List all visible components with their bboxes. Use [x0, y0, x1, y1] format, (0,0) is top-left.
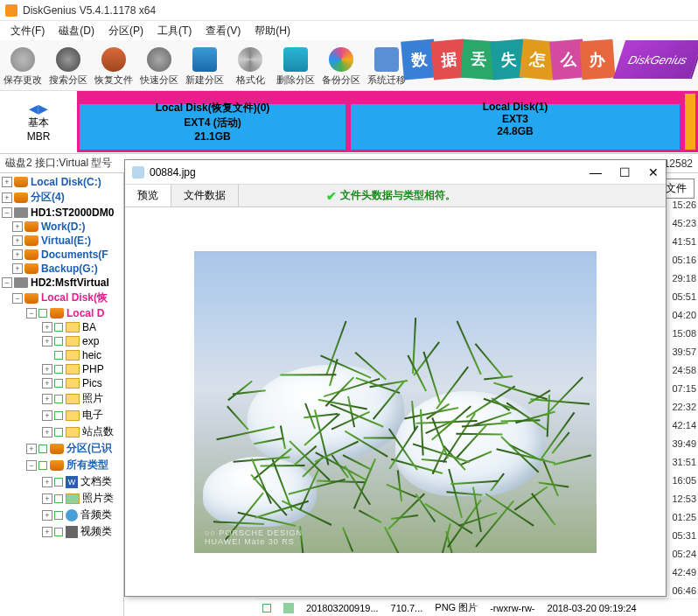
tb-search[interactable]: 搜索分区 [45, 44, 91, 87]
tb-new[interactable]: 新建分区 [182, 44, 227, 87]
disk-map: ◀▶ 基本 MBR Local Disk(恢复文件)(0)EXT4 (活动)21… [0, 91, 698, 154]
toolbar: 保存更改 搜索分区 恢复文件 快速分区 新建分区 格式化 删除分区 备份分区 系… [0, 40, 698, 91]
tree-panel[interactable]: +Local Disk(C:) +分区(4) −HD1:ST2000DM0 +W… [0, 173, 124, 616]
preview-filename: 00884.jpg [150, 166, 196, 178]
maximize-button[interactable]: ☐ [619, 165, 631, 179]
partition-edge[interactable] [682, 91, 698, 152]
promo-banner[interactable]: 数 据 丢 失 怎 么 办 DiskGenius [406, 40, 698, 91]
tab-preview[interactable]: 预览 [125, 185, 171, 206]
tb-delete[interactable]: 删除分区 [273, 44, 318, 87]
tab-filedata[interactable]: 文件数据 [171, 185, 239, 206]
tb-quick[interactable]: 快速分区 [136, 44, 182, 87]
menu-tools[interactable]: 工具(T) [150, 22, 199, 40]
menu-bar: 文件(F) 磁盘(D) 分区(P) 工具(T) 查看(V) 帮助(H) [0, 21, 698, 40]
partition-1[interactable]: Local Disk(1)EXT324.8GB [348, 91, 682, 152]
window-title: DiskGenius V5.4.1.1178 x64 [23, 4, 156, 17]
preview-window: 00884.jpg — ☐ ✕ 预览 文件数据 文件头数据与类型相符。 ○○ P… [124, 159, 667, 597]
file-row[interactable]: 20180320091​9... 710.7... PNG 图片 -rwxrw-… [255, 598, 698, 616]
preview-image: ○○ PORSCHE DESIGNHUAWEI Mate 30 RS [194, 251, 597, 553]
file-icon [132, 166, 144, 178]
menu-disk[interactable]: 磁盘(D) [52, 22, 101, 40]
tb-format[interactable]: 格式化 [227, 44, 273, 87]
menu-partition[interactable]: 分区(P) [101, 22, 150, 40]
time-column: 15:2645:2341:5105:1629:1805:5104:2015:08… [672, 200, 696, 604]
menu-view[interactable]: 查看(V) [199, 22, 248, 40]
promo-brand: DiskGenius [613, 40, 698, 79]
header-match-msg: 文件头数据与类型相符。 [326, 188, 456, 203]
title-bar: DiskGenius V5.4.1.1178 x64 [0, 0, 698, 21]
app-icon [5, 4, 17, 17]
minimize-button[interactable]: — [590, 165, 602, 179]
tb-recover[interactable]: 恢复文件 [91, 44, 136, 87]
menu-help[interactable]: 帮助(H) [248, 22, 297, 40]
partition-0[interactable]: Local Disk(恢复文件)(0)EXT4 (活动)21.1GB [77, 91, 348, 152]
preview-titlebar[interactable]: 00884.jpg — ☐ ✕ [125, 160, 666, 185]
close-button[interactable]: ✕ [648, 165, 659, 179]
menu-file[interactable]: 文件(F) [3, 22, 52, 40]
tb-backup[interactable]: 备份分区 [318, 44, 364, 87]
tb-save[interactable]: 保存更改 [0, 44, 45, 87]
nav-arrows[interactable]: ◀▶ [29, 102, 48, 116]
